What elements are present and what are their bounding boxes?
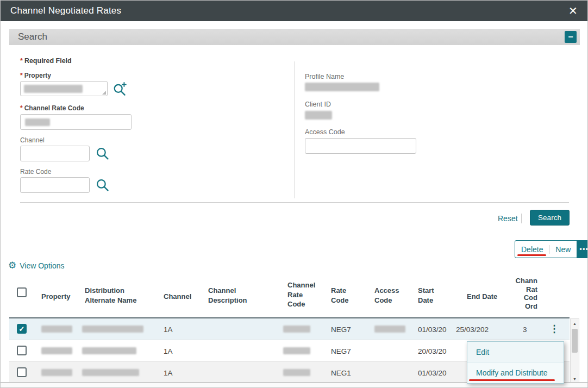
access-code-redacted-value bbox=[374, 326, 405, 333]
col-header-channel-description[interactable]: Channel Description bbox=[208, 286, 258, 305]
check-icon: ✓ bbox=[19, 326, 25, 333]
dialog-title: Channel Negotiated Rates bbox=[10, 5, 121, 16]
channel-cell: 1A bbox=[164, 326, 173, 334]
rate-code-input[interactable] bbox=[20, 177, 90, 193]
col-header-start-date[interactable]: Start Date bbox=[418, 286, 441, 305]
dialog-titlebar: Channel Negotiated Rates ✕ bbox=[1, 1, 587, 21]
col-header-channel-rate-code[interactable]: Channel Rate Code bbox=[287, 280, 321, 309]
distribution-name-redacted-value bbox=[82, 347, 136, 354]
rate-code-cell: NEG1 bbox=[331, 369, 351, 377]
channel-rate-code-label: *Channel Rate Code bbox=[20, 104, 84, 112]
minus-icon: − bbox=[568, 32, 573, 42]
reset-search-separator bbox=[521, 214, 522, 223]
channel-rate-code-input[interactable] bbox=[20, 114, 132, 130]
profile-name-label: Profile Name bbox=[305, 73, 344, 80]
reset-link[interactable]: Reset bbox=[498, 214, 518, 223]
access-code-input[interactable] bbox=[305, 138, 416, 154]
form-divider bbox=[294, 61, 295, 198]
more-actions-button[interactable]: ••• bbox=[577, 240, 588, 258]
client-id-redacted-value bbox=[305, 111, 332, 120]
modify-red-underline-annotation bbox=[469, 379, 555, 381]
channel-rate-code-redacted-value bbox=[283, 347, 310, 354]
channel-cell: 1A bbox=[164, 347, 173, 355]
search-panel-title: Search bbox=[18, 32, 47, 42]
col-header-rate-code[interactable]: Rate Code bbox=[331, 286, 354, 305]
start-date-cell: 20/03/20 bbox=[418, 347, 447, 355]
property-input[interactable] bbox=[20, 81, 108, 96]
col-header-distribution-alternate-name[interactable]: Distribution Alternate Name bbox=[85, 286, 149, 305]
row-checkbox[interactable]: ✓ bbox=[17, 324, 27, 334]
resize-grip-icon bbox=[102, 91, 106, 95]
view-options-button[interactable]: ⚙ View Options bbox=[8, 261, 64, 270]
access-code-label: Access Code bbox=[305, 128, 345, 136]
col-header-channel[interactable]: Channel bbox=[164, 292, 191, 302]
property-redacted-value bbox=[41, 369, 72, 376]
start-date-cell: 01/03/20 bbox=[418, 326, 447, 334]
required-asterisk: * bbox=[20, 104, 23, 112]
table-scrollbar[interactable]: ▲ ▼ bbox=[570, 318, 579, 384]
gear-icon: ⚙ bbox=[8, 261, 16, 270]
row-context-menu: Edit Modify and Distribute bbox=[467, 341, 564, 384]
required-asterisk: * bbox=[20, 57, 23, 65]
required-asterisk: * bbox=[20, 72, 23, 79]
collapse-panel-button[interactable]: − bbox=[565, 31, 577, 43]
end-date-cell: 25/03/202 bbox=[456, 326, 489, 334]
view-options-label: View Options bbox=[20, 261, 64, 270]
scroll-up-icon[interactable]: ▲ bbox=[571, 319, 579, 328]
delete-red-underline-annotation bbox=[517, 254, 546, 256]
col-header-channel-rate-code-order[interactable]: Chann Rat Cod Ord bbox=[512, 277, 537, 310]
profile-name-redacted-value bbox=[305, 83, 379, 91]
select-all-checkbox[interactable] bbox=[17, 287, 27, 297]
channel-search-icon[interactable] bbox=[96, 147, 109, 160]
row-kebab-menu-icon[interactable]: ⋮ bbox=[549, 323, 559, 335]
order-cell: 3 bbox=[523, 326, 527, 334]
start-date-cell: 01/03/20 bbox=[418, 369, 447, 377]
property-redacted-value bbox=[41, 347, 72, 354]
channel-cell: 1A bbox=[164, 369, 173, 377]
context-menu-item-edit[interactable]: Edit bbox=[467, 342, 564, 362]
required-field-note: *Required Field bbox=[20, 57, 72, 65]
col-header-property[interactable]: Property bbox=[41, 292, 70, 302]
search-panel-header: Search − bbox=[9, 29, 580, 45]
row-checkbox[interactable] bbox=[17, 346, 27, 355]
scrollbar-thumb[interactable] bbox=[572, 329, 578, 353]
distribution-name-redacted-value bbox=[82, 326, 143, 333]
ellipsis-icon: ••• bbox=[579, 245, 588, 253]
form-bottom-divider bbox=[20, 202, 569, 203]
property-lookup-icon[interactable] bbox=[112, 82, 127, 97]
channel-rate-code-redacted-value bbox=[283, 369, 310, 376]
redacted-value bbox=[24, 85, 83, 93]
delete-button[interactable]: Delete bbox=[515, 245, 549, 254]
rate-code-cell: NEG7 bbox=[331, 347, 351, 355]
search-button[interactable]: Search bbox=[530, 210, 570, 226]
rate-code-search-icon[interactable] bbox=[96, 178, 109, 192]
new-button[interactable]: New bbox=[549, 245, 577, 254]
property-label: *Property bbox=[20, 72, 51, 79]
property-redacted-value bbox=[41, 326, 72, 333]
channel-negotiated-rates-dialog: Channel Negotiated Rates ✕ Search − *Req… bbox=[0, 0, 588, 388]
distribution-name-redacted-value bbox=[82, 369, 139, 376]
col-header-end-date[interactable]: End Date bbox=[467, 292, 497, 302]
rate-code-label: Rate Code bbox=[20, 168, 51, 176]
channel-input[interactable] bbox=[20, 146, 90, 161]
client-id-label: Client ID bbox=[305, 101, 331, 108]
redacted-value bbox=[25, 118, 50, 126]
row-checkbox[interactable] bbox=[17, 367, 27, 377]
col-header-access-code[interactable]: Access Code bbox=[374, 286, 403, 305]
rate-code-cell: NEG7 bbox=[331, 326, 351, 334]
channel-label: Channel bbox=[20, 136, 45, 144]
close-icon[interactable]: ✕ bbox=[568, 5, 578, 16]
channel-rate-code-redacted-value bbox=[283, 326, 310, 333]
table-row[interactable]: ✓ 1A NEG7 01/03/20 25/03/202 3 ⋮ bbox=[9, 318, 570, 340]
